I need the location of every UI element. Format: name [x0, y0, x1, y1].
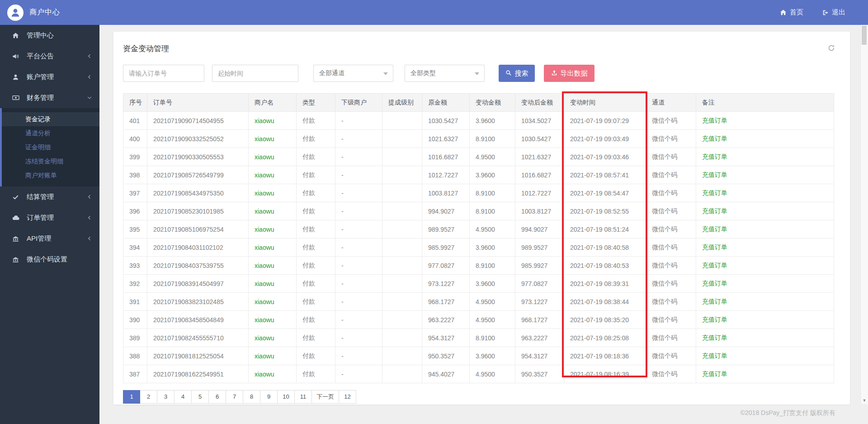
cell-seq: 394	[123, 238, 147, 257]
cell-seq: 396	[123, 202, 147, 220]
column-header-channel: 通道	[646, 94, 696, 112]
cell-order-no: 20210719084037539755	[147, 257, 249, 275]
channel-select[interactable]: 全部通道	[313, 65, 393, 82]
cell-original-amount: 1012.7227	[422, 166, 470, 184]
pagination-page-1[interactable]: 1	[123, 390, 140, 404]
scrollbar-down-arrow-icon[interactable]: ▼	[861, 398, 868, 403]
column-header-commission-level: 提成级别	[382, 94, 422, 112]
pagination-page-7[interactable]: 7	[226, 390, 243, 404]
cell-order-no: 20210719082455555710	[147, 329, 249, 347]
cell-remark: 充值订单	[696, 166, 834, 184]
type-select[interactable]: 全部类型	[405, 65, 485, 82]
cell-original-amount: 945.4027	[422, 365, 470, 383]
sidebar-item-settlement[interactable]: 结算管理	[0, 186, 99, 207]
home-link-label: 首页	[790, 8, 803, 17]
sidebar-item-dashboard[interactable]: 管理中心	[0, 25, 99, 46]
table-row: 39220210719083914504997xiaowu付款-973.1227…	[123, 275, 834, 293]
cell-remark: 充值订单	[696, 347, 834, 365]
cell-change-amount: 4.9500	[470, 220, 515, 238]
cell-change-time: 2021-07-19 08:35:20	[564, 311, 646, 329]
cell-change-time: 2021-07-19 08:54:47	[564, 184, 646, 202]
volume-icon	[12, 53, 20, 60]
home-icon	[12, 32, 20, 39]
sidebar-menu: 管理中心平台公告账户管理财务管理资金记录通道分析证金明细冻结资金明细商户对账单结…	[0, 25, 99, 270]
table-row: 39920210719090330505553xiaowu付款-1016.682…	[123, 148, 834, 166]
pagination-page-8[interactable]: 8	[243, 390, 260, 404]
export-data-button[interactable]: 导出数据	[544, 65, 594, 82]
cell-sub-merchant: -	[335, 130, 382, 148]
column-header-type: 类型	[297, 94, 335, 112]
cell-change-time: 2021-07-19 08:52:55	[564, 202, 646, 220]
cell-remark: 充值订单	[696, 112, 834, 130]
cell-channel: 微信个码	[646, 130, 696, 148]
cell-original-amount: 1016.6827	[422, 148, 470, 166]
cell-type: 付款	[297, 257, 335, 275]
cell-sub-merchant: -	[335, 166, 382, 184]
cell-original-amount: 977.0827	[422, 257, 470, 275]
topbar: 商户中心 首页 退出	[0, 0, 868, 25]
cell-seq: 393	[123, 257, 147, 275]
sidebar-item-api[interactable]: API管理	[0, 228, 99, 249]
cell-change-amount: 4.9500	[470, 365, 515, 383]
cell-merchant: xiaowu	[249, 238, 297, 257]
pagination-page-6[interactable]: 6	[209, 390, 226, 404]
table-row: 39820210719085726549799xiaowu付款-1012.722…	[123, 166, 834, 184]
cell-original-amount: 994.9027	[422, 202, 470, 220]
fund-change-card: 资金变动管理 全部通道 全部类型 搜索 导出数据	[113, 32, 850, 405]
sidebar-subitem[interactable]: 商户对账单	[2, 168, 99, 182]
cell-channel: 微信个码	[646, 148, 696, 166]
sidebar-item-finance[interactable]: 财务管理	[0, 87, 99, 108]
sidebar-item-label: 订单管理	[27, 214, 54, 222]
pagination-page-12[interactable]: 12	[339, 390, 356, 404]
pagination-page-10[interactable]: 10	[278, 390, 295, 404]
pagination-page-3[interactable]: 3	[157, 390, 175, 404]
filter-bar: 全部通道 全部类型 搜索 导出数据	[123, 65, 850, 82]
pagination-next-button[interactable]: 下一页	[312, 390, 339, 404]
cell-original-amount: 985.9927	[422, 238, 470, 257]
avatar-logo-icon	[7, 5, 24, 21]
cell-after-amount: 963.2227	[515, 329, 564, 347]
cell-sub-merchant: -	[335, 148, 382, 166]
cell-merchant: xiaowu	[249, 184, 297, 202]
home-link[interactable]: 首页	[780, 8, 803, 17]
chevron-left-icon	[87, 74, 92, 80]
logout-link[interactable]: 退出	[822, 8, 845, 17]
search-button[interactable]: 搜索	[499, 65, 535, 82]
cell-type: 付款	[297, 130, 335, 148]
pagination-page-11[interactable]: 11	[295, 390, 312, 404]
vertical-scrollbar[interactable]: ▼	[860, 25, 868, 404]
pagination-page-2[interactable]: 2	[140, 390, 157, 404]
cell-remark: 充值订单	[696, 238, 834, 257]
table-row: 38920210719082455555710xiaowu付款-954.3127…	[123, 329, 834, 347]
sidebar-item-wechat-code[interactable]: 微信个码设置	[0, 249, 99, 270]
table-row: 38720210719081622549951xiaowu付款-945.4027…	[123, 365, 834, 383]
sidebar-item-announcements[interactable]: 平台公告	[0, 46, 99, 67]
sidebar-subitem[interactable]: 冻结资金明细	[2, 154, 99, 168]
cell-sub-merchant: -	[335, 112, 382, 130]
sidebar-item-orders[interactable]: 订单管理	[0, 207, 99, 228]
cell-merchant: xiaowu	[249, 275, 297, 293]
column-header-after-amount: 变动后金额	[515, 94, 564, 112]
sidebar-item-accounts[interactable]: 账户管理	[0, 67, 99, 87]
cell-sub-merchant: -	[335, 238, 382, 257]
cell-original-amount: 1003.8127	[422, 184, 470, 202]
pagination-page-9[interactable]: 9	[260, 390, 278, 404]
cell-after-amount: 994.9027	[515, 220, 564, 238]
sidebar-subitem[interactable]: 资金记录	[2, 112, 99, 126]
cell-type: 付款	[297, 365, 335, 383]
cell-original-amount: 1030.5427	[422, 112, 470, 130]
refresh-icon[interactable]	[828, 44, 835, 53]
cell-commission-level	[382, 329, 422, 347]
cell-type: 付款	[297, 293, 335, 311]
order-number-input[interactable]	[123, 65, 204, 82]
start-time-input[interactable]	[212, 65, 298, 82]
scrollbar-thumb[interactable]	[862, 26, 867, 45]
sidebar-subitem[interactable]: 通道分析	[2, 126, 99, 140]
cell-change-time: 2021-07-19 09:07:29	[564, 112, 646, 130]
pagination-page-5[interactable]: 5	[192, 390, 209, 404]
cell-type: 付款	[297, 238, 335, 257]
cell-type: 付款	[297, 311, 335, 329]
sidebar-subitem[interactable]: 证金明细	[2, 140, 99, 154]
pagination-page-4[interactable]: 4	[175, 390, 192, 404]
main-content: 资金变动管理 全部通道 全部类型 搜索 导出数据	[99, 25, 861, 424]
